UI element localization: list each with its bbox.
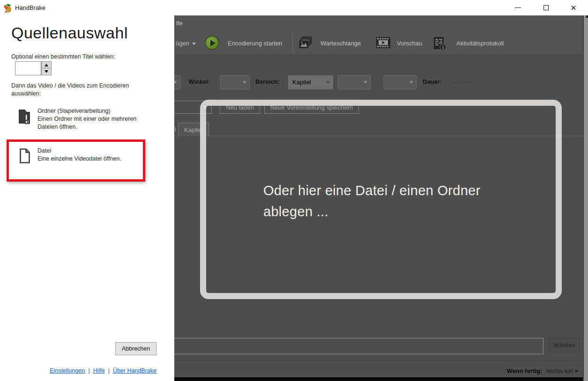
stepper-down-button[interactable] [41,68,52,75]
title-option-label: Optional einen bestimmten Titel wählen: [11,53,115,61]
chevron-down-icon [409,81,413,84]
main-window-dimmed: lfe ügen Encodierung starten Warteschlan… [174,15,584,381]
minimize-button[interactable] [508,0,527,15]
when-done-select[interactable]: Nichts tun [546,367,578,374]
maximize-icon [543,5,549,10]
source-selection-panel: Quellenauswahl Optional einen bestimmten… [0,15,174,381]
folder-icon [18,108,31,125]
close-button[interactable]: ✕ [564,0,583,15]
chevron-down-icon [326,81,330,84]
cancel-button[interactable]: Abbrechen [115,342,156,355]
link-separator: | [88,367,89,374]
toolbar-divider [292,33,293,53]
menu-toolbar-block: lfe ügen Encodierung starten Warteschlan… [174,15,584,55]
open-folder-option[interactable]: Ordner (Stapelverarbeitung) Einen Ordner… [11,107,152,131]
preview-button[interactable]: Vorschau [397,40,422,47]
arrow-up-icon [45,64,48,66]
angle-label: Winkel: [188,78,210,85]
option-description: Eine einzelne Videodatei öffnen. [37,155,150,163]
add-source-button-fragment[interactable]: ügen [176,40,196,47]
window-right-notch [586,15,588,18]
range-label: Bereich: [255,78,280,85]
open-file-option[interactable]: Datei Eine einzelne Videodatei öffnen. [11,147,152,163]
minimize-icon [515,7,521,8]
file-icon [19,148,30,164]
chevron-down-icon [364,81,367,84]
preview-icon[interactable] [376,37,391,49]
chevron-down-icon [192,43,196,45]
titlebar: HandBrake ✕ [0,0,588,15]
about-link[interactable]: Über HandBrake [113,367,156,374]
statusbar: Wenn fertig: Nichts tun [174,365,578,377]
chevron-down-icon [243,81,246,84]
activity-log-icon[interactable] [433,37,447,51]
title-number-input[interactable] [15,61,41,75]
option-title: Ordner (Stapelverarbeitung) [37,107,152,115]
start-encode-icon[interactable] [205,36,219,50]
link-separator: | [108,367,110,374]
panel-heading: Quellenauswahl [11,24,128,42]
angle-select[interactable] [220,75,250,89]
chevron-down-icon [574,370,578,373]
option-description: Einen Ordner mit einer oder mehreren Dat… [37,115,150,131]
footer-links: Einstellungen | Hilfe | Über HandBrake [0,367,156,374]
range-start-select[interactable] [338,75,371,89]
menu-hilfe-fragment[interactable]: lfe [176,20,183,27]
option-title: Datei [37,147,152,155]
chevron-down-icon [174,81,177,84]
range-type-select[interactable]: Kapitel [288,75,333,89]
close-icon: ✕ [571,4,577,11]
statusbar-divider [174,360,584,361]
range-separator: - [376,78,378,85]
panel-instruction: Dann das Video / die Videos zum Encodier… [11,82,154,98]
title-select-partial[interactable] [174,75,180,89]
destination-path-input[interactable] [174,338,543,354]
title-number-stepper [15,61,52,75]
arrow-down-icon [45,70,48,73]
duration-value: --:--:-- [454,79,473,86]
start-encode-button[interactable]: Encodierung starten [228,40,282,47]
stepper-up-button[interactable] [41,61,52,68]
drop-zone-hint: Oder hier eine Datei / einen Ordner able… [263,180,507,222]
range-type-value: Kapitel [292,79,311,86]
queue-icon[interactable] [298,37,313,50]
tab-untertitel-fragment[interactable]: l [175,126,176,133]
queue-button[interactable]: Warteschlange [320,40,361,47]
activity-log-button[interactable]: Aktivitätsprotokoll [456,40,504,47]
maximize-button[interactable] [536,0,555,15]
bottom-edge-strip [174,377,584,381]
settings-link[interactable]: Einstellungen [50,367,85,374]
choose-destination-button[interactable]: Wählen [549,338,580,352]
duration-label: Dauer: [423,78,442,85]
window-title: HandBrake [15,4,45,11]
play-icon [210,40,216,46]
handbrake-logo-icon [3,3,13,13]
help-link[interactable]: Hilfe [93,367,105,374]
range-end-select[interactable] [384,75,417,89]
window-right-sliver [584,15,588,381]
when-done-label: Wenn fertig: [507,367,543,374]
